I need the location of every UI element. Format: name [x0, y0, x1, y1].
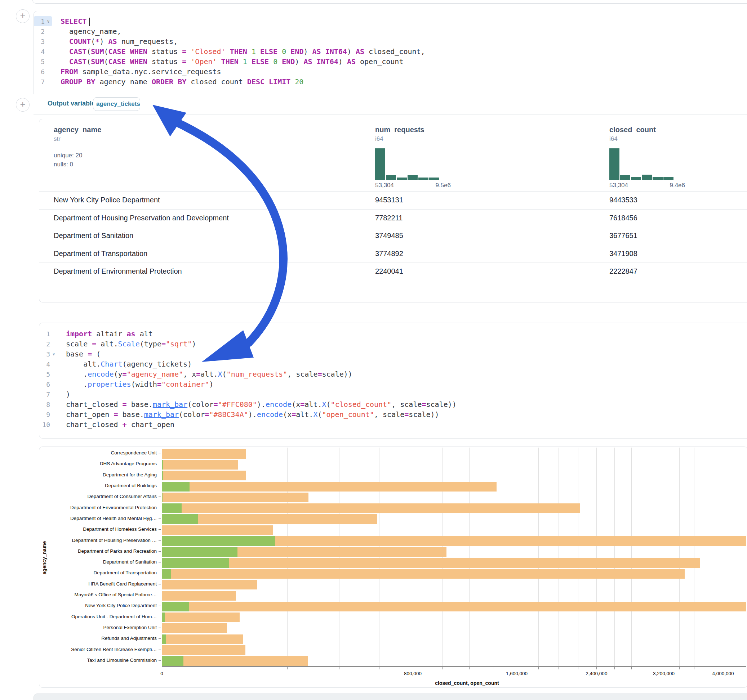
line-number: 8 — [39, 401, 50, 408]
gridline — [648, 448, 648, 666]
bar-closed-count — [162, 503, 580, 513]
y-tick — [159, 562, 161, 563]
bar-open-count — [162, 482, 189, 492]
histogram-bar — [664, 177, 673, 180]
line-number: 5 — [39, 371, 50, 378]
bar-closed-count — [162, 634, 243, 644]
output-variable-pill[interactable]: agency_tickets — [93, 97, 140, 111]
gridline — [631, 448, 632, 666]
histogram-bar — [375, 148, 385, 180]
y-tick — [159, 595, 161, 595]
column-header-closed-count[interactable]: closed_count — [609, 126, 685, 134]
gridline — [614, 448, 615, 666]
y-tick — [159, 486, 161, 486]
table-row[interactable]: New York City Police Department945313194… — [39, 191, 747, 210]
table-cell: 3677651 — [609, 232, 637, 240]
line-number: 6 — [39, 381, 50, 388]
table-row[interactable]: Department of Sanitation37494853677651 — [39, 227, 747, 245]
table-cell: Department of Transportation — [54, 249, 147, 258]
x-tick — [648, 667, 648, 669]
x-tick — [558, 667, 559, 669]
text-cursor — [89, 18, 90, 26]
column-type-agency-name: str — [54, 136, 101, 143]
x-tick — [679, 667, 680, 669]
y-axis-label: Department of Sanitation — [39, 560, 157, 564]
x-tick — [709, 667, 709, 669]
table-cell: 9443533 — [609, 196, 637, 204]
code-line: 1∨SELECT — [34, 16, 747, 26]
gridline — [538, 448, 539, 666]
column-type-num-requests: i64 — [375, 136, 451, 143]
y-tick — [159, 508, 161, 508]
chart-card: agency_name Correspondence UnitDHS Advan… — [39, 447, 747, 688]
python-cell[interactable]: 1import altair as alt2scale = alt.Scale(… — [39, 323, 747, 439]
sql-code-editor[interactable]: 1∨SELECT2 agency_name,3 COUNT(*) AS num_… — [34, 16, 747, 87]
column-header-num-requests[interactable]: num_requests — [375, 126, 451, 134]
x-tick — [413, 667, 413, 669]
table-row[interactable]: Department of Transportation377489234719… — [39, 245, 747, 263]
histogram-bar — [418, 178, 428, 180]
y-tick — [159, 638, 161, 639]
x-tick — [664, 667, 664, 669]
y-axis-label: Operations Unit - Department of Hom… — [39, 614, 157, 619]
y-axis-label: Correspondence Unit — [39, 451, 157, 456]
gridline — [664, 448, 664, 666]
bar-open-count — [162, 514, 198, 524]
chart-x-axis-line — [162, 666, 746, 667]
y-axis-label: Department of Transportation — [39, 570, 157, 575]
histogram-bar — [609, 148, 620, 180]
fold-chevron-icon[interactable]: ∨ — [50, 352, 57, 356]
x-tick-label: 800,000 — [404, 671, 422, 676]
line-number: 10 — [39, 421, 50, 428]
line-number: 2 — [34, 28, 45, 35]
x-tick-label: 2,400,000 — [585, 671, 607, 676]
hist-max-label: 9.4e6 — [670, 182, 685, 189]
sql-cell[interactable]: 1∨SELECT2 agency_name,3 COUNT(*) AS num_… — [33, 11, 747, 95]
code-line: 3∨base = ( — [39, 349, 747, 359]
y-tick — [159, 551, 161, 552]
table-row[interactable]: Department of Environmental Protection22… — [39, 262, 747, 281]
bar-closed-count — [162, 645, 245, 655]
x-tick-label: 0 — [160, 671, 163, 676]
hist-max-label: 9.5e6 — [435, 182, 451, 189]
y-axis-label: Refunds and Adjustments — [39, 636, 157, 641]
gridline — [679, 448, 680, 666]
code-line: 6 .properties(width="container") — [39, 379, 747, 389]
gridline — [379, 448, 380, 666]
column-header-agency-name[interactable]: agency_name — [54, 126, 101, 134]
fold-chevron-icon[interactable]: ∨ — [45, 19, 52, 24]
line-number: 4 — [39, 361, 50, 368]
histogram-bar — [397, 178, 407, 180]
y-axis-label: Mayorâ€ s Office of Special Enforce… — [39, 592, 157, 597]
bar-open-count — [162, 569, 171, 579]
code-line: 4 alt.Chart(agency_tickets) — [39, 359, 747, 369]
bar-closed-count — [162, 580, 257, 590]
line-number: 9 — [39, 411, 50, 418]
code-line: 1import altair as alt — [39, 329, 747, 339]
y-tick — [159, 628, 161, 628]
line-number: 5 — [34, 58, 45, 66]
x-tick — [737, 667, 737, 669]
add-cell-button-output[interactable]: + — [16, 98, 30, 112]
line-number: 7 — [34, 78, 45, 86]
code-line: 10chart_closed + chart_open — [39, 419, 747, 430]
code-line: 2 agency_name, — [34, 26, 747, 36]
python-code-editor[interactable]: 1import altair as alt2scale = alt.Scale(… — [39, 329, 747, 430]
bar-open-count — [162, 558, 229, 568]
table-cell: Department of Housing Preservation and D… — [54, 214, 229, 222]
y-axis-label: Department of Environmental Protection — [39, 505, 157, 510]
y-tick — [159, 464, 161, 464]
add-cell-button-top[interactable]: + — [16, 9, 30, 23]
line-number: 4 — [34, 48, 45, 56]
table-row[interactable]: Department of Housing Preservation and D… — [39, 209, 747, 228]
x-tick — [162, 667, 162, 669]
code-line: 9chart_open = base.mark_bar(color="#8BC3… — [39, 409, 747, 419]
bar-closed-count — [162, 525, 273, 535]
y-axis-label: New York City Police Department — [39, 603, 157, 608]
x-tick-label: 3,200,000 — [653, 671, 674, 676]
gridline — [694, 448, 694, 666]
bar-open-count — [162, 536, 275, 546]
next-cell-edge[interactable] — [33, 694, 747, 700]
bar-closed-count — [162, 558, 700, 568]
x-tick — [469, 667, 470, 669]
